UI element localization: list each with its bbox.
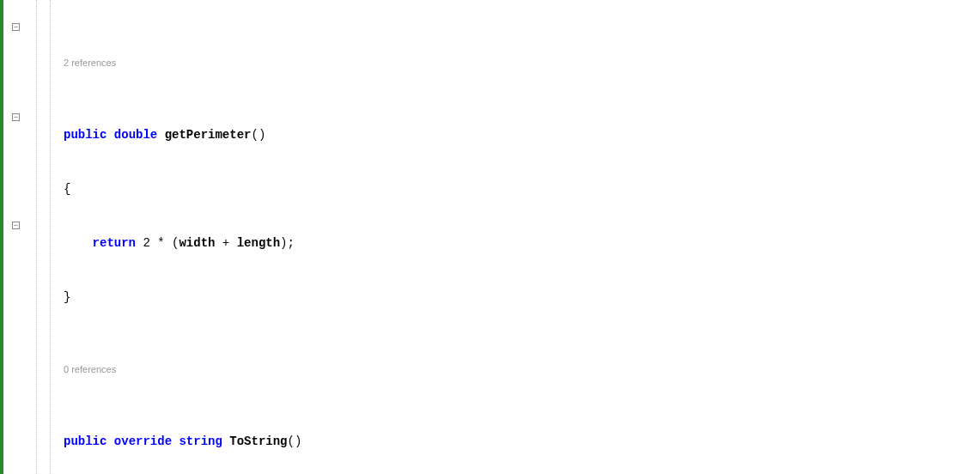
fold-icon[interactable]: − xyxy=(12,23,20,31)
code-line[interactable]: return 2 * (width + length); xyxy=(60,234,980,252)
outline-column xyxy=(29,0,60,474)
code-line[interactable]: public override string ToString() xyxy=(60,433,980,451)
fold-icon[interactable]: − xyxy=(12,222,20,229)
code-line[interactable]: } xyxy=(60,289,980,307)
fold-icon[interactable]: − xyxy=(12,113,20,121)
code-line[interactable]: public double getPerimeter() xyxy=(60,126,980,144)
code-area[interactable]: 2 references public double getPerimeter(… xyxy=(60,0,980,474)
code-editor[interactable]: − − − 2 references public double getPeri… xyxy=(0,0,980,474)
code-line[interactable]: { xyxy=(60,180,980,198)
fold-gutter: − − − xyxy=(0,0,29,474)
codelens-refs[interactable]: 0 references xyxy=(60,361,980,379)
codelens-refs[interactable]: 2 references xyxy=(60,54,980,72)
